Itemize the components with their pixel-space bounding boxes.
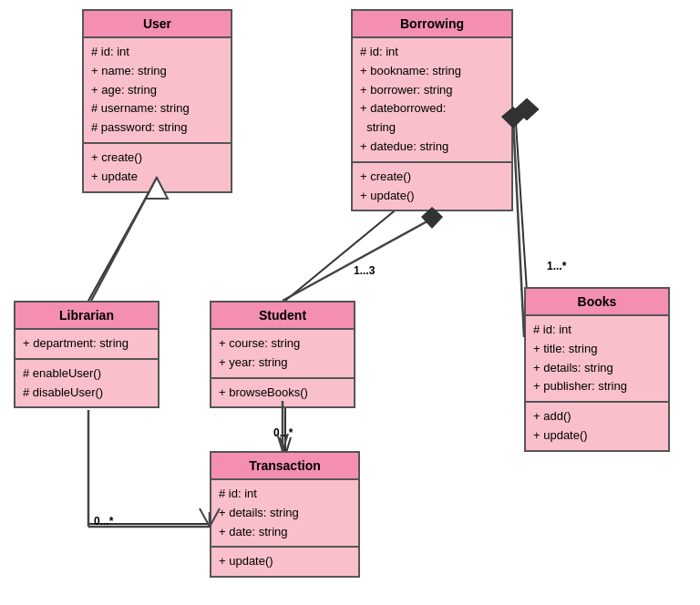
class-student-methods: + browseBooks() — [211, 379, 354, 407]
svg-line-16 — [513, 118, 524, 337]
class-borrowing: Borrowing # id: int + bookname: string +… — [351, 9, 513, 211]
class-books-methods: + add() + update() — [526, 403, 668, 450]
class-borrowing-methods: + create() + update() — [353, 163, 511, 210]
class-transaction-methods: + update() — [211, 548, 358, 576]
mult-student-transaction: 0...* — [273, 426, 293, 439]
class-borrowing-attributes: # id: int + bookname: string + borrower:… — [353, 38, 511, 163]
class-books-attributes: # id: int + title: string + details: str… — [526, 316, 668, 403]
uml-diagram: User # id: int + name: string + age: str… — [0, 0, 700, 605]
svg-line-12 — [91, 178, 157, 301]
class-books-header: Books — [526, 289, 668, 316]
class-transaction-attributes: # id: int + details: string + date: stri… — [211, 480, 358, 548]
class-user-header: User — [84, 11, 231, 38]
class-books: Books # id: int + title: string + detail… — [524, 287, 670, 452]
class-transaction-header: Transaction — [211, 453, 358, 480]
class-librarian: Librarian + department: string # enableU… — [14, 301, 160, 408]
mult-librarian-transaction: 0...* — [94, 515, 113, 528]
class-student-header: Student — [211, 302, 354, 330]
mult-borrowing-books: 1...* — [547, 260, 566, 272]
class-user-methods: + create() + update — [84, 144, 231, 191]
class-librarian-methods: # enableUser() # disableUser() — [15, 360, 158, 407]
svg-marker-5 — [515, 98, 539, 120]
class-user-attributes: # id: int + name: string + age: string #… — [84, 38, 231, 144]
class-librarian-header: Librarian — [15, 302, 158, 330]
class-student-attributes: + course: string + year: string — [211, 330, 354, 379]
class-student: Student + course: string + year: string … — [210, 301, 355, 408]
class-user: User # id: int + name: string + age: str… — [82, 9, 232, 193]
class-librarian-attributes: + department: string — [15, 330, 158, 360]
svg-line-24 — [200, 508, 210, 527]
mult-borrowing-student: 1...3 — [354, 264, 375, 277]
svg-line-14 — [283, 219, 432, 301]
class-transaction: Transaction # id: int + details: string … — [210, 451, 360, 578]
class-borrowing-header: Borrowing — [353, 11, 511, 38]
